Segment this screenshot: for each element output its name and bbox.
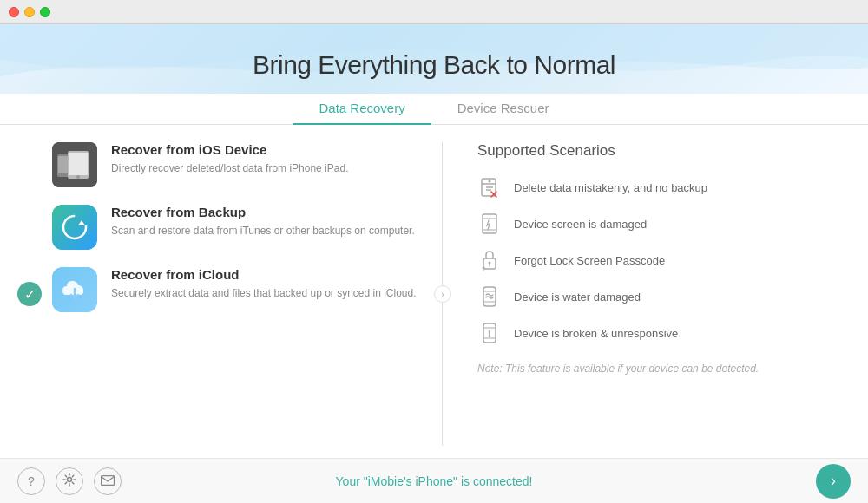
mail-icon — [101, 474, 115, 488]
icloud-recovery-text: Recover from iCloud Securely extract dat… — [111, 267, 417, 301]
help-button[interactable]: ? — [17, 467, 45, 495]
lock-icon: ? — [477, 248, 502, 272]
scenario-item-4: Device is water damaged — [477, 284, 833, 309]
titlebar — [0, 0, 868, 24]
mail-button[interactable] — [94, 467, 122, 495]
recovery-item-icloud[interactable]: Recover from iCloud Securely extract dat… — [52, 267, 417, 312]
left-panel: ✓ — [0, 125, 443, 458]
backup-recovery-text: Recover from Backup Scan and restore dat… — [111, 205, 415, 238]
chevron-right-icon: › — [434, 285, 451, 303]
recovery-item-backup[interactable]: Recover from Backup Scan and restore dat… — [52, 205, 417, 250]
scenario-text-5: Device is broken & unresponsive — [514, 327, 678, 340]
tabs-container: Data Recovery Device Rescuer — [0, 94, 868, 125]
scenario-item-1: Delete data mistakenly, and no backup — [477, 175, 833, 199]
ios-device-icon — [52, 142, 97, 187]
broken-icon: ! — [477, 321, 502, 345]
scenario-item-5: ! Device is broken & unresponsive — [477, 321, 833, 345]
next-arrow-icon: › — [831, 472, 836, 490]
minimize-button[interactable] — [24, 7, 35, 17]
check-indicator: ✓ — [17, 282, 42, 306]
settings-button[interactable] — [56, 467, 83, 495]
scenario-item-3: ? Forgot Lock Screen Passcode — [477, 248, 833, 272]
scenario-text-2: Device screen is damaged — [514, 218, 647, 231]
water-icon — [477, 284, 502, 309]
svg-point-13 — [489, 180, 491, 183]
icloud-icon — [52, 267, 97, 312]
svg-rect-6 — [52, 205, 97, 250]
scenarios-title: Supported Scenarios — [477, 142, 833, 160]
svg-rect-4 — [69, 153, 88, 175]
scenario-text-1: Delete data mistakenly, and no backup — [514, 181, 707, 194]
backup-icon — [52, 205, 97, 250]
tab-data-recovery[interactable]: Data Recovery — [293, 94, 431, 124]
scenario-list: Delete data mistakenly, and no backup De… — [477, 175, 833, 345]
tab-device-rescuer[interactable]: Device Rescuer — [431, 94, 575, 124]
maximize-button[interactable] — [40, 7, 50, 17]
content-area: ✓ — [0, 125, 868, 458]
bottom-icons-group: ? — [17, 467, 122, 495]
svg-point-34 — [68, 478, 72, 482]
scenario-text-3: Forgot Lock Screen Passcode — [514, 254, 665, 267]
bottom-bar: ? Your "iMobie's iPhone" is connected! › — [0, 458, 868, 503]
recovery-item-ios[interactable]: Recover from iOS Device Directly recover… — [52, 142, 417, 187]
scenario-text-4: Device is water damaged — [514, 291, 641, 304]
next-button[interactable]: › — [816, 464, 851, 499]
svg-point-5 — [76, 175, 80, 179]
help-icon: ? — [28, 474, 35, 488]
right-panel: Supported Scenarios — [443, 125, 868, 458]
svg-text:!: ! — [488, 329, 490, 337]
main-content: Bring Everything Back to Normal Data Rec… — [0, 24, 868, 458]
file-delete-icon — [477, 175, 502, 199]
note-text: Note: This feature is available if your … — [477, 363, 833, 375]
header-section: Bring Everything Back to Normal — [0, 24, 868, 80]
status-text: Your "iMobie's iPhone" is connected! — [336, 474, 533, 488]
scenario-item-2: Device screen is damaged — [477, 212, 833, 236]
screen-damaged-icon — [477, 212, 502, 236]
svg-rect-35 — [102, 475, 115, 485]
svg-rect-25 — [483, 287, 496, 306]
settings-icon — [62, 473, 76, 489]
svg-text:?: ? — [482, 265, 486, 272]
close-button[interactable] — [9, 7, 19, 17]
page-title: Bring Everything Back to Normal — [0, 50, 868, 80]
ios-recovery-text: Recover from iOS Device Directly recover… — [111, 142, 348, 176]
